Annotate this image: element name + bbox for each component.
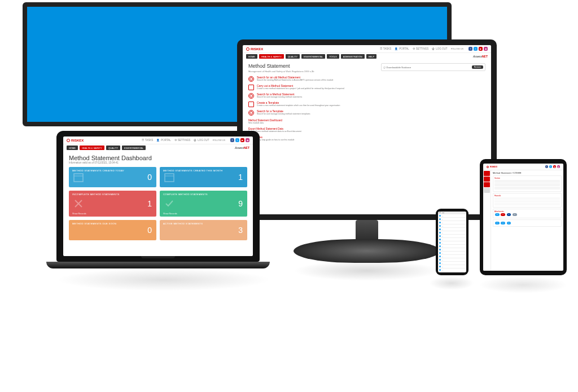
link-export[interactable]: Export Method Statement DataExport all y…	[248, 127, 373, 133]
tab-environmental[interactable]: ENVIRONMENTAL	[301, 54, 325, 59]
sidebar-item[interactable]	[484, 177, 490, 182]
list-item[interactable]	[494, 200, 560, 202]
brand-logo[interactable]: RISKEX	[246, 47, 263, 51]
laptop-topbar: RISKEX ☰ TASKS 👤 PORTAL ⚙ SETTINGS ⏻ LOG…	[63, 136, 253, 144]
tab-home[interactable]: HOME	[67, 146, 78, 150]
tab-quality[interactable]: QUALITY	[286, 54, 300, 59]
search-icon	[248, 110, 254, 116]
form-section: Attachments ● ● ● ●	[493, 209, 562, 218]
input-field[interactable]	[494, 183, 560, 186]
sidebar-item[interactable]	[484, 188, 490, 193]
download-guidance-panel: ⓘ Downloadable Guidance Restore	[381, 63, 485, 71]
nav-settings[interactable]: ⚙ SETTINGS	[174, 139, 191, 142]
chip-icon[interactable]: ●	[495, 222, 500, 224]
input-field[interactable]	[494, 187, 560, 190]
brand-text: RISKEX	[251, 47, 263, 51]
laptop: RISKEX ☰ TASKS 👤 PORTAL ⚙ SETTINGS ⏻ LOG…	[56, 131, 260, 291]
facebook-icon[interactable]: f	[468, 47, 472, 51]
calendar-icon	[73, 172, 84, 182]
close-icon	[73, 199, 84, 209]
twitter-icon[interactable]: t	[474, 47, 478, 51]
svg-rect-0	[74, 174, 83, 182]
form-section: Section	[493, 175, 562, 192]
youtube-icon[interactable]: ▶	[479, 47, 483, 51]
card-created-today[interactable]: METHOD STATEMENTS CREATED TODAY 0	[69, 167, 156, 187]
tab-help[interactable]: HELP	[366, 54, 376, 59]
instagram-icon[interactable]: ◉	[246, 138, 249, 142]
svg-rect-2	[165, 174, 174, 182]
dashboard-cards: METHOD STATEMENTS CREATED TODAY 0 METHOD…	[69, 167, 247, 240]
menu-item[interactable]: Search for an old Method StatementSearch…	[248, 76, 373, 82]
phone: ☰ List — — — — — — — — — — — — — — — — —…	[436, 209, 468, 275]
tab-tools[interactable]: TOOLS	[327, 54, 339, 59]
menu-item[interactable]: Search for a Method StatementSearch for …	[248, 93, 373, 99]
sidebar-item[interactable]	[484, 182, 490, 187]
input-field[interactable]	[494, 180, 560, 183]
link-dashboard[interactable]: Method Statement DashboardNew module dat…	[248, 119, 373, 124]
monitor-topbar: RISKEX ☰ TASKS 👤 PORTAL ⚙ SETTINGS ⏻ LOG…	[243, 45, 491, 53]
twitter-icon[interactable]: t	[549, 165, 552, 168]
chip-icon[interactable]: ●	[495, 213, 500, 216]
follow-label: FOLLOW US	[451, 48, 463, 50]
gear-icon	[246, 47, 249, 51]
gear-icon	[487, 166, 489, 168]
check-icon	[164, 199, 174, 209]
chip-icon[interactable]: ●	[501, 222, 505, 224]
tablet-sidebar	[483, 170, 491, 271]
gear-icon	[67, 139, 70, 142]
form-section: Hazards	[493, 193, 562, 208]
youtube-icon[interactable]: ▶	[240, 138, 244, 142]
card-active[interactable]: ACTIVE METHOD STATEMENTS 3	[160, 220, 247, 240]
form-section: ● ● ●	[493, 219, 562, 227]
page-title: Method Statement	[248, 63, 373, 69]
menu-item[interactable]: Carry out a Method StatementCreate a new…	[248, 85, 373, 90]
chip-icon[interactable]: ●	[501, 213, 505, 216]
template-icon	[248, 102, 254, 107]
list-item[interactable]: —	[438, 272, 466, 272]
card-complete[interactable]: COMPLETE METHOD STATEMENTS 9 Show Record…	[160, 191, 247, 217]
link-guides[interactable]: User GuidesView a step by step guide on …	[248, 136, 373, 141]
nav-portal[interactable]: 👤 PORTAL	[156, 139, 171, 142]
assessnet-logo: AssessNET	[473, 55, 488, 58]
calendar-icon	[164, 172, 174, 182]
sidebar-item[interactable]	[484, 171, 490, 176]
tablet-title: Method Statement / COSHH	[493, 171, 562, 174]
card-incomplete[interactable]: INCOMPLETE METHOD STATEMENTS 1 Show Reco…	[69, 191, 156, 217]
tab-health-safety[interactable]: HEALTH & SAFETY	[259, 54, 284, 59]
tablet: RISKEX f t ▶ ◉ Method Statement / COSHH	[480, 159, 567, 275]
facebook-icon[interactable]: f	[545, 165, 548, 168]
card-due-soon[interactable]: METHOD STATEMENTS DUE SOON 0	[69, 220, 156, 240]
dashboard-subtitle: Information valid as of 07/12/2021, 15:0…	[69, 161, 247, 164]
list-item[interactable]	[494, 203, 560, 205]
monitor-subnav: HOME HEALTH & SAFETY QUALITY ENVIRONMENT…	[243, 53, 491, 60]
search-icon	[248, 93, 254, 99]
nav-tasks[interactable]: ☰ TASKS	[380, 47, 391, 50]
nav-logout[interactable]: ⏻ LOG OUT	[432, 47, 447, 50]
chip-icon[interactable]: ●	[507, 213, 511, 216]
facebook-icon[interactable]: f	[230, 138, 234, 142]
nav-portal[interactable]: 👤 PORTAL	[395, 47, 409, 50]
list-item[interactable]	[494, 197, 560, 200]
menu-item[interactable]: Create a TemplateCreate a new method sta…	[248, 102, 373, 107]
instagram-icon[interactable]: ◉	[557, 165, 560, 168]
tab-admin[interactable]: ADMINISTRATION	[341, 54, 365, 59]
page-subtitle: Management of Health and Safety at Work …	[248, 70, 373, 73]
search-icon	[248, 76, 254, 82]
nav-settings[interactable]: ⚙ SETTINGS	[413, 47, 429, 50]
phone-screen: ☰ List — — — — — — — — — — — — — — — — —…	[438, 212, 466, 272]
tab-home[interactable]: HOME	[246, 54, 257, 59]
document-icon	[248, 85, 254, 90]
twitter-icon[interactable]: t	[235, 138, 239, 142]
nav-logout[interactable]: ⏻ LOG OUT	[194, 139, 209, 142]
nav-tasks[interactable]: ☰ TASKS	[142, 139, 153, 142]
restore-button[interactable]: Restore	[472, 65, 483, 69]
instagram-icon[interactable]: ◉	[484, 47, 488, 51]
chip-icon[interactable]: ●	[507, 222, 511, 224]
tab-health-safety[interactable]: HEALTH & SAFETY	[80, 146, 104, 150]
chip-icon[interactable]: ●	[513, 213, 517, 216]
card-created-month[interactable]: METHOD STATEMENTS CREATED THIS MONTH 1	[160, 167, 247, 187]
dashboard-title: Method Statement Dashboard	[69, 155, 247, 161]
menu-item[interactable]: Search for a TemplateSearch for and mana…	[248, 110, 373, 116]
youtube-icon[interactable]: ▶	[553, 165, 556, 168]
